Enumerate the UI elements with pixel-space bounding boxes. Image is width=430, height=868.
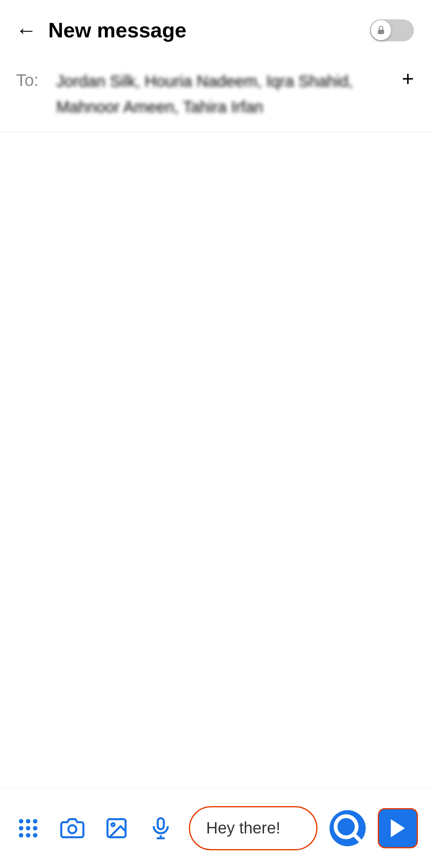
camera-button[interactable] (56, 812, 88, 844)
back-arrow-icon: ← (16, 20, 37, 41)
search-icon (330, 810, 366, 846)
lock-icon (376, 25, 386, 35)
svg-point-10 (68, 825, 76, 833)
page-title: New message (48, 18, 370, 42)
message-body[interactable] (0, 132, 430, 715)
message-input[interactable]: Hey there! (189, 806, 317, 850)
mic-icon (149, 816, 173, 840)
svg-point-3 (33, 819, 37, 823)
add-recipient-button[interactable]: + (402, 68, 414, 89)
svg-point-5 (26, 826, 31, 830)
image-icon (104, 816, 129, 840)
recipients-list[interactable]: Jordan Silk, Houria Nadeem, Iqra Shahid,… (56, 68, 394, 120)
message-input-text: Hey there! (206, 819, 281, 837)
header: ← New message (0, 0, 430, 56)
bottom-toolbar: Hey there! (0, 788, 430, 868)
svg-point-8 (26, 833, 31, 837)
lock-toggle[interactable] (370, 19, 414, 41)
camera-icon (60, 816, 84, 840)
svg-point-12 (112, 823, 115, 826)
svg-point-2 (26, 819, 31, 823)
svg-point-16 (336, 816, 357, 837)
svg-point-9 (33, 833, 37, 837)
mic-button[interactable] (145, 812, 177, 844)
svg-point-6 (33, 826, 37, 830)
apps-icon (16, 816, 40, 840)
svg-point-7 (19, 833, 23, 837)
svg-point-4 (19, 826, 23, 830)
toggle-knob (371, 20, 391, 40)
toggle-track (370, 19, 414, 41)
search-button[interactable] (330, 810, 366, 846)
svg-point-1 (19, 819, 23, 823)
svg-line-17 (354, 835, 361, 841)
image-button[interactable] (100, 812, 133, 844)
back-button[interactable]: ← (12, 16, 40, 44)
svg-rect-0 (378, 30, 384, 34)
send-button[interactable] (378, 808, 418, 848)
apps-button[interactable] (12, 812, 44, 844)
svg-rect-13 (158, 818, 164, 829)
send-icon (386, 816, 410, 840)
to-section: To: Jordan Silk, Houria Nadeem, Iqra Sha… (0, 56, 430, 132)
to-label: To: (16, 71, 48, 90)
svg-marker-18 (391, 819, 405, 837)
